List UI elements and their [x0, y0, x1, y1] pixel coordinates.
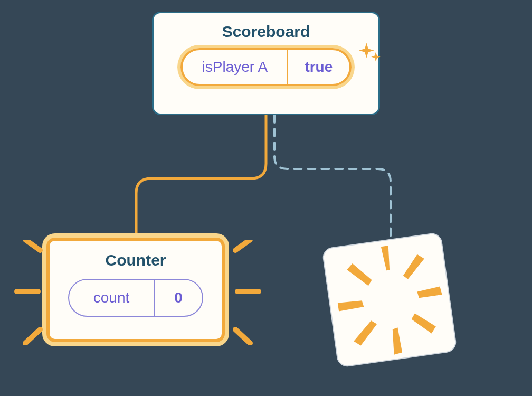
diagram-canvas: Scoreboard isPlayer A true Counter count… [0, 0, 532, 396]
svg-line-2 [25, 329, 40, 343]
svg-line-5 [235, 329, 250, 343]
svg-line-0 [25, 240, 40, 250]
svg-marker-6 [381, 246, 392, 271]
edge-scoreboard-counter [136, 115, 266, 238]
counter-title: Counter [106, 251, 166, 269]
svg-marker-11 [351, 320, 379, 346]
emphasis-rays-right [224, 240, 266, 345]
svg-marker-7 [401, 253, 427, 280]
state-value: 0 [155, 280, 202, 316]
state-value: true [288, 50, 349, 84]
svg-line-3 [235, 240, 250, 250]
emphasis-rays-left [10, 240, 52, 345]
state-label: count [69, 280, 155, 316]
state-pill-count: count 0 [68, 279, 203, 317]
counter-node: Counter count 0 [46, 238, 225, 342]
svg-marker-13 [346, 261, 373, 289]
burst-icon [323, 233, 458, 368]
placeholder-node [321, 232, 458, 368]
edge-scoreboard-placeholder [274, 115, 391, 238]
svg-marker-10 [391, 327, 403, 355]
sparkle-icon [358, 42, 382, 65]
state-label: isPlayer A [183, 50, 288, 84]
svg-marker-12 [338, 299, 364, 312]
svg-marker-9 [411, 311, 436, 336]
scoreboard-title: Scoreboard [222, 23, 310, 41]
scoreboard-node: Scoreboard isPlayer A true [152, 12, 380, 115]
svg-marker-8 [417, 286, 442, 298]
state-pill-isplayera: isPlayer A true [180, 48, 352, 86]
